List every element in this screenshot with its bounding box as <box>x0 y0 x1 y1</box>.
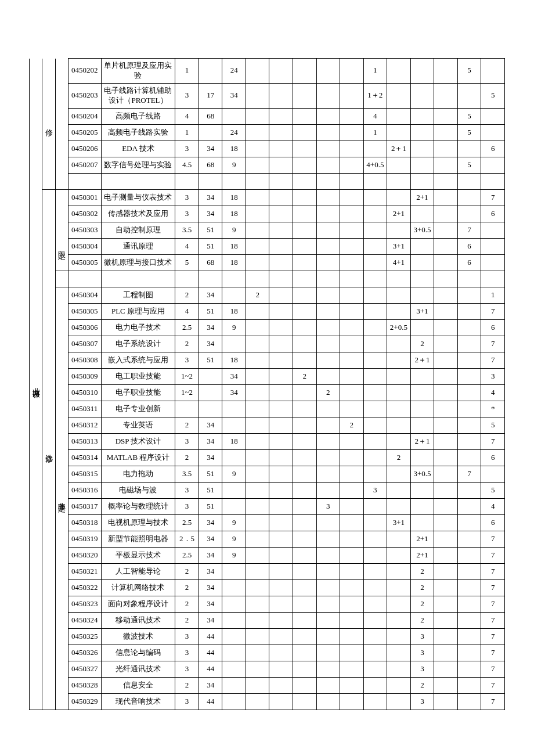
cell-c9 <box>269 384 293 401</box>
cell-c8 <box>246 352 269 368</box>
sub-blank <box>55 157 68 173</box>
cell-c8 <box>246 108 269 124</box>
cell-c7: 9 <box>222 157 246 173</box>
cell-c5: 4 <box>175 108 199 124</box>
cell-c15: 3+0.5 <box>410 466 434 482</box>
cell-c16 <box>434 384 458 401</box>
cell-c18: 6 <box>481 319 505 336</box>
cell-c10 <box>293 612 317 628</box>
blank-cell <box>222 271 246 287</box>
cell-c12 <box>340 531 364 547</box>
cell-c12 <box>340 579 364 596</box>
cell-c15 <box>410 449 434 466</box>
blank-cell <box>481 173 505 189</box>
cell-c6 <box>199 368 222 384</box>
cell-c12 <box>340 612 364 628</box>
cell-c9 <box>269 83 293 108</box>
cell-c12 <box>340 368 364 384</box>
cell-c8 <box>246 547 269 563</box>
cell-c17: 6 <box>457 238 481 254</box>
cell-c10 <box>293 336 317 352</box>
cell-c8 <box>246 579 269 596</box>
cell-c18: 7 <box>481 677 505 693</box>
cell-c17 <box>457 352 481 368</box>
cell-c9 <box>269 612 293 628</box>
course-name: 自动控制原理 <box>101 222 175 238</box>
course-code: 0450325 <box>68 628 101 645</box>
cell-c5 <box>175 401 199 417</box>
course-name: 面向对象程序设计 <box>101 596 175 612</box>
cell-c6: 34 <box>199 677 222 693</box>
cell-c9 <box>269 222 293 238</box>
cell-c6: 34 <box>199 336 222 352</box>
cell-c14 <box>387 287 411 303</box>
cell-c6 <box>199 124 222 141</box>
course-name: 光纤通讯技术 <box>101 661 175 677</box>
cell-c10 <box>293 628 317 645</box>
cell-c17 <box>457 368 481 384</box>
cell-c18 <box>481 466 505 482</box>
cell-c16 <box>434 206 458 222</box>
course-name: 移动通讯技术 <box>101 612 175 628</box>
cell-c18: 7 <box>481 189 505 206</box>
cell-c6: 34 <box>199 287 222 303</box>
course-code: 0450205 <box>68 124 101 141</box>
cell-c16 <box>434 303 458 319</box>
cell-c7: 24 <box>222 124 246 141</box>
course-name: 新型节能照明电器 <box>101 531 175 547</box>
cell-c18: 4 <box>481 498 505 514</box>
cell-c7: 9 <box>222 514 246 531</box>
cell-c8 <box>246 645 269 661</box>
cell-c9 <box>269 579 293 596</box>
blank-cell <box>410 173 434 189</box>
cell-c9 <box>269 303 293 319</box>
course-name: 计算机网络技术 <box>101 579 175 596</box>
cell-c9 <box>269 677 293 693</box>
sub-blank <box>55 368 68 384</box>
course-code: 0450316 <box>68 482 101 498</box>
cell-c10 <box>293 531 317 547</box>
cell-c6: 34 <box>199 433 222 449</box>
sub-blank <box>55 83 68 108</box>
cell-c10 <box>293 222 317 238</box>
cell-c16 <box>434 433 458 449</box>
cell-c14 <box>387 612 411 628</box>
cell-c18: 7 <box>481 596 505 612</box>
course-code: 0450319 <box>68 531 101 547</box>
cell-c18: 7 <box>481 693 505 710</box>
cell-c10 <box>293 287 317 303</box>
cell-c8: 2 <box>246 287 269 303</box>
cell-c16 <box>434 368 458 384</box>
blank-cell <box>101 173 175 189</box>
cell-c9 <box>269 449 293 466</box>
cell-c18: * <box>481 401 505 417</box>
cell-c7 <box>222 336 246 352</box>
cell-c12 <box>340 449 364 466</box>
course-name: 电力电子技术 <box>101 319 175 336</box>
cell-c17 <box>457 303 481 319</box>
cell-c17 <box>457 628 481 645</box>
course-code: 0450203 <box>68 83 101 108</box>
cell-c17: 5 <box>457 59 481 84</box>
course-name: 电力拖动 <box>101 466 175 482</box>
cell-c14 <box>387 579 411 596</box>
cell-c13: 3 <box>363 482 387 498</box>
cell-c17: 7 <box>457 222 481 238</box>
cell-c13 <box>363 547 387 563</box>
course-code: 0450304 <box>68 238 101 254</box>
cell-c15 <box>410 319 434 336</box>
sub-blank <box>55 628 68 645</box>
cell-c18: 5 <box>481 417 505 433</box>
cell-c11 <box>316 677 340 693</box>
cell-c16 <box>434 254 458 271</box>
course-code: 0450302 <box>68 206 101 222</box>
course-name: 微机原理与接口技术 <box>101 254 175 271</box>
cell-c12 <box>340 157 364 173</box>
cell-c14 <box>387 83 411 108</box>
cell-c5: 3 <box>175 141 199 157</box>
cell-c7 <box>222 645 246 661</box>
category-cell: 业方向课 <box>30 59 42 710</box>
cell-c11 <box>316 141 340 157</box>
cell-c8 <box>246 612 269 628</box>
type-elective: 选修 <box>42 189 55 710</box>
